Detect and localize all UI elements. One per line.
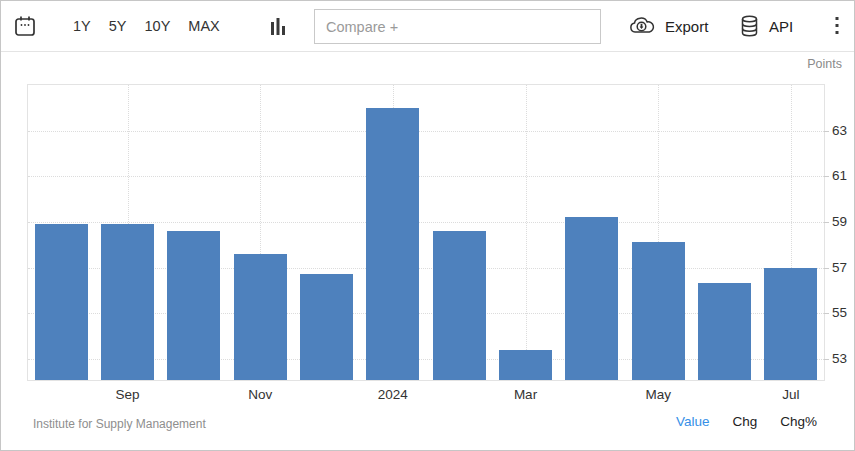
y-tick-label: 63 <box>832 123 847 139</box>
bar <box>433 231 486 380</box>
plot-area: 535557596163SepNov2024MarMayJul <box>27 84 825 381</box>
kebab-menu-icon <box>835 17 839 35</box>
bar <box>101 224 154 380</box>
y-axis-unit-label: Points <box>807 57 842 71</box>
database-icon <box>740 15 759 37</box>
y-tick-label: 57 <box>832 260 847 276</box>
range-button-max[interactable]: MAX <box>188 18 219 34</box>
y-tick-mark <box>824 222 829 223</box>
calendar-button[interactable] <box>13 14 37 38</box>
bar <box>698 283 751 380</box>
compare-input-wrap <box>314 9 601 44</box>
x-tick-label: May <box>645 387 671 402</box>
bar <box>366 108 419 380</box>
chart-type-button[interactable] <box>268 17 288 35</box>
x-tick-label: 2024 <box>378 387 408 402</box>
y-tick-mark <box>824 359 829 360</box>
chart-widget: 1Y 5Y 10Y MAX <box>0 0 855 451</box>
y-tick-mark <box>824 176 829 177</box>
bar <box>167 231 220 380</box>
y-tick-label: 59 <box>832 214 847 230</box>
cloud-download-icon <box>628 16 656 36</box>
x-gridline <box>526 85 527 380</box>
bar <box>300 274 353 380</box>
range-button-1y[interactable]: 1Y <box>73 18 91 34</box>
y-tick-mark <box>824 268 829 269</box>
x-tick-label: Mar <box>514 387 537 402</box>
footer-link-chg-pct[interactable]: Chg% <box>780 414 817 429</box>
range-buttons: 1Y 5Y 10Y MAX <box>73 1 220 51</box>
y-gridline <box>28 131 824 132</box>
bar <box>499 350 552 380</box>
bar-chart-icon <box>268 17 288 35</box>
y-tick-label: 53 <box>832 351 847 367</box>
range-button-5y[interactable]: 5Y <box>109 18 127 34</box>
bar <box>565 217 618 380</box>
source-label: Institute for Supply Management <box>33 417 206 431</box>
compare-input[interactable] <box>314 9 601 44</box>
bar <box>632 242 685 380</box>
chart-toolbar: 1Y 5Y 10Y MAX <box>1 1 854 52</box>
bar <box>234 254 287 380</box>
api-button[interactable]: API <box>740 1 793 51</box>
bar <box>764 268 817 380</box>
kebab-menu-button[interactable] <box>827 1 847 51</box>
calendar-icon <box>13 14 37 38</box>
x-tick-label: Nov <box>248 387 272 402</box>
footer-link-value[interactable]: Value <box>676 414 710 429</box>
y-gridline <box>28 176 824 177</box>
footer-link-chg[interactable]: Chg <box>732 414 757 429</box>
x-tick-label: Jul <box>782 387 799 402</box>
y-tick-label: 61 <box>832 168 847 184</box>
y-tick-mark <box>824 131 829 132</box>
bar <box>35 224 88 380</box>
export-button[interactable]: Export <box>628 1 708 51</box>
y-tick-label: 55 <box>832 305 847 321</box>
range-button-10y[interactable]: 10Y <box>145 18 171 34</box>
y-gridline <box>28 222 824 223</box>
export-label: Export <box>665 18 708 35</box>
api-label: API <box>769 18 793 35</box>
display-mode-links: Value Chg Chg% <box>676 414 817 429</box>
x-tick-label: Sep <box>115 387 139 402</box>
y-tick-mark <box>824 313 829 314</box>
